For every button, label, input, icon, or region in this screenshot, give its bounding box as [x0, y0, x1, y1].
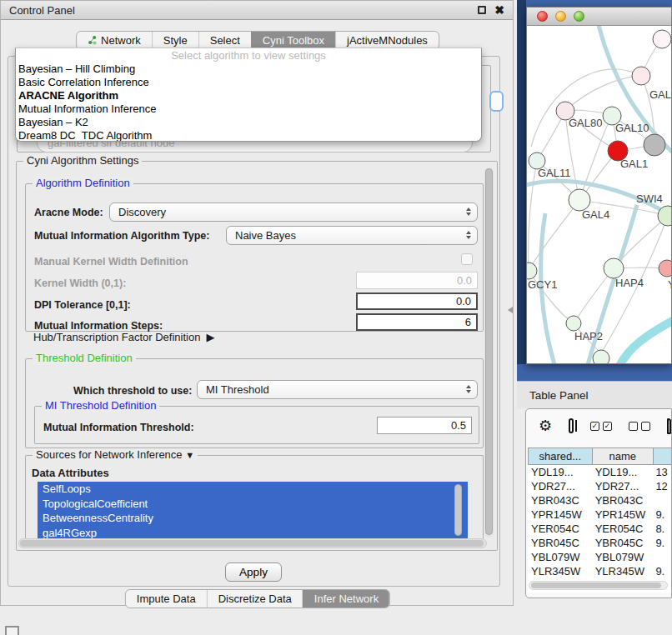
mi-threshold-group: MI Threshold Definition Mutual Informati… — [34, 406, 479, 444]
menu-item[interactable]: Dream8 DC_TDC Algorithm — [16, 129, 481, 142]
cell[interactable]: YER054C — [528, 522, 592, 536]
list-scrollbar-thumb[interactable] — [454, 484, 462, 536]
tab-impute-data[interactable]: Impute Data — [126, 590, 207, 608]
list-item[interactable]: SelfLoops — [38, 482, 468, 497]
aracne-mode-value: Discovery — [118, 206, 166, 218]
table-row[interactable]: YBR045CYBR045C9. — [528, 536, 672, 550]
mi-type-value: Naive Bayes — [235, 229, 296, 242]
cell[interactable]: YBR043C — [592, 493, 654, 508]
cell[interactable]: YDL19... — [592, 465, 654, 479]
close-icon[interactable]: ✖ — [494, 6, 504, 14]
new-table-icon[interactable] — [667, 418, 671, 434]
tab-style[interactable]: Style — [152, 32, 198, 49]
cell[interactable]: YPR145W — [528, 508, 592, 522]
manual-kernel-checkbox[interactable] — [461, 253, 473, 265]
cell[interactable]: 9. — [653, 536, 672, 550]
chevron-down-icon[interactable]: ▼ — [185, 450, 194, 460]
aracne-mode-select[interactable]: Discovery — [109, 202, 478, 222]
which-threshold-select[interactable]: MI Threshold — [197, 380, 478, 399]
cell[interactable]: YLR345W — [528, 564, 592, 578]
tab-select[interactable]: Select — [198, 32, 251, 49]
cell[interactable]: 9. — [653, 564, 672, 578]
table-horizontal-scrollbar[interactable] — [529, 581, 668, 590]
apply-button[interactable]: Apply — [225, 562, 282, 582]
cell[interactable]: YBL079W — [528, 550, 592, 564]
node-gray[interactable] — [644, 134, 665, 156]
table-row[interactable]: YER054CYER054C8. — [528, 522, 672, 536]
cell[interactable]: YDR27... — [592, 479, 654, 493]
data-attributes-list[interactable]: SelfLoops TopologicalCoefficient Between… — [38, 482, 468, 542]
aracne-mode-label: Aracne Mode: — [34, 207, 103, 218]
list-item[interactable]: TopologicalCoefficient — [38, 497, 468, 512]
hub-definition-toggle[interactable]: Hub/Transcription Factor Definition ▶ — [33, 331, 214, 343]
menu-item[interactable]: Bayesian – K2 — [16, 116, 481, 129]
cell[interactable]: YLR345W — [592, 564, 654, 578]
table-row[interactable]: YBR043CYBR043C — [528, 493, 672, 508]
tab-infer-network[interactable]: Infer Network — [303, 590, 389, 608]
cell[interactable] — [653, 493, 672, 508]
cell[interactable]: 13 — [653, 465, 672, 479]
focused-spinner-fragment[interactable] — [489, 91, 504, 112]
network-icon — [88, 36, 97, 45]
table-row[interactable]: YPR145WYPR145W9. — [528, 508, 672, 522]
settings-horizontal-scrollbar-thumb[interactable] — [20, 540, 484, 547]
menu-item[interactable]: Basic Correlation Inference — [16, 76, 481, 89]
tab-network[interactable]: Network — [77, 32, 152, 49]
settings-scrollbar[interactable] — [484, 168, 494, 538]
list-item[interactable]: BetweennessCentrality — [38, 511, 468, 526]
cell[interactable]: YDL19... — [528, 465, 592, 479]
node-bottom-partial[interactable] — [593, 350, 609, 363]
cell[interactable] — [653, 550, 672, 564]
mi-type-select[interactable]: Naive Bayes — [226, 226, 478, 245]
table-row[interactable]: YBL079WYBL079W — [528, 550, 672, 564]
cell[interactable]: YBR045C — [592, 536, 654, 550]
node-gcy1[interactable] — [527, 262, 537, 279]
menu-item-selected[interactable]: ARACNE Algorithm — [16, 89, 481, 102]
mi-steps-field[interactable]: 6 — [356, 313, 478, 331]
node-salmon[interactable] — [659, 260, 671, 277]
select-all-columns-icon[interactable]: ✓✓ — [590, 422, 612, 431]
node-gal-partial[interactable] — [632, 67, 650, 85]
splitter-collapse-icon[interactable] — [508, 307, 513, 313]
column-header-partial[interactable] — [653, 448, 672, 465]
close-traffic-light-icon[interactable] — [537, 11, 548, 22]
column-header-shared-name[interactable]: shared... — [528, 448, 593, 465]
minimize-traffic-light-icon[interactable] — [555, 11, 566, 22]
menu-item[interactable]: Mutual Information Inference — [16, 102, 481, 116]
cell[interactable]: YPR145W — [592, 508, 654, 522]
cell[interactable]: 8. — [653, 522, 672, 536]
cell[interactable]: YBR045C — [528, 536, 592, 550]
settings-scrollbar-thumb[interactable] — [485, 168, 493, 535]
minimized-widget[interactable] — [5, 626, 19, 635]
deselect-all-columns-icon[interactable] — [629, 422, 650, 431]
mi-threshold-field[interactable]: 0.5 — [377, 417, 472, 434]
tab-jactivemnodules[interactable]: jActiveMNodules — [335, 32, 439, 49]
node-hap2[interactable] — [566, 316, 581, 331]
table-row[interactable]: YDR27...YDR27...12 — [528, 479, 672, 493]
tab-discretize-data[interactable]: Discretize Data — [207, 590, 303, 608]
columns-icon[interactable] — [569, 418, 574, 433]
node-hap4[interactable] — [604, 258, 624, 278]
cell[interactable]: YER054C — [592, 522, 654, 536]
gear-icon[interactable]: ⚙ — [539, 417, 552, 435]
network-canvas[interactable]: GAL80 GAL10 GAL1 GAL11 SWI4 GAL4 GCY1 HA… — [527, 26, 671, 363]
kernel-width-field[interactable]: 0.0 — [356, 272, 478, 289]
float-window-icon[interactable] — [478, 6, 486, 14]
node-label: GAL4 — [582, 208, 609, 221]
menu-item[interactable]: Bayesian – Hill Climbing — [16, 62, 481, 76]
cell[interactable]: 9. — [653, 508, 672, 522]
table-row[interactable]: YDL19...YDL19...13 — [528, 465, 672, 479]
node-label: GCY1 — [528, 278, 557, 291]
cell[interactable]: YBR043C — [528, 493, 592, 508]
dpi-tolerance-field[interactable]: 0.0 — [356, 292, 478, 310]
column-header-name[interactable]: name — [592, 448, 654, 465]
node[interactable] — [653, 30, 671, 48]
tab-cyni-toolbox[interactable]: Cyni Toolbox — [251, 32, 335, 49]
zoom-traffic-light-icon[interactable] — [574, 11, 584, 22]
cell[interactable]: 12 — [653, 479, 672, 493]
cell[interactable]: YBL079W — [592, 550, 654, 564]
cell[interactable]: YDR27... — [528, 479, 592, 493]
settings-horizontal-scrollbar[interactable] — [18, 538, 487, 548]
table-row[interactable]: YLR345WYLR345W9. — [528, 564, 672, 578]
table-horizontal-scrollbar-thumb[interactable] — [531, 582, 661, 588]
